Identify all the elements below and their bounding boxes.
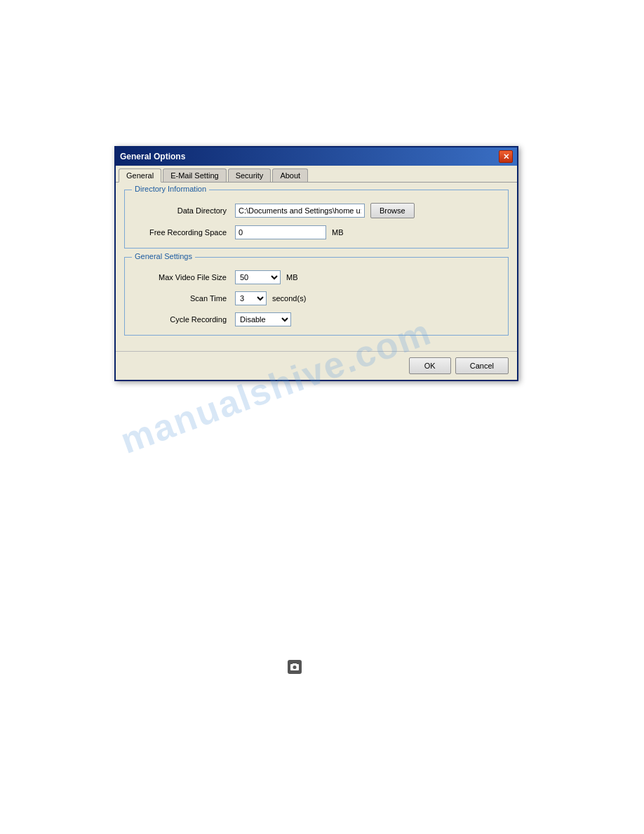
max-video-select[interactable]: 50 100 200 500: [235, 270, 281, 284]
camera-icon: [288, 660, 302, 674]
data-directory-row: Data Directory Browse: [133, 203, 499, 218]
general-settings-title: General Settings: [132, 252, 195, 260]
directory-information-group: Directory Information Data Directory Bro…: [124, 190, 509, 249]
scan-time-row: Scan Time 1 2 3 5 10 second(s): [133, 291, 499, 305]
directory-information-title: Directory Information: [132, 185, 209, 193]
max-video-row: Max Video File Size 50 100 200 500 MB: [133, 270, 499, 284]
general-settings-group: General Settings Max Video File Size 50 …: [124, 257, 509, 336]
dialog-content: Directory Information Data Directory Bro…: [116, 183, 517, 351]
tab-security[interactable]: Security: [228, 168, 271, 182]
tab-about[interactable]: About: [272, 168, 308, 182]
data-directory-label: Data Directory: [133, 206, 235, 215]
scan-time-unit: second(s): [272, 294, 306, 303]
max-video-unit: MB: [286, 273, 298, 282]
camera-icon-area: [288, 660, 302, 674]
close-button[interactable]: ✕: [499, 150, 513, 163]
dialog-title: General Options: [120, 152, 185, 161]
tab-general[interactable]: General: [119, 168, 161, 183]
scan-time-label: Scan Time: [133, 294, 235, 303]
tab-bar: General E-Mail Setting Security About: [116, 166, 517, 183]
free-recording-space-label: Free Recording Space: [133, 228, 235, 237]
cycle-recording-select[interactable]: Disable Enable: [235, 312, 291, 326]
free-space-unit: MB: [332, 228, 344, 237]
browse-button[interactable]: Browse: [370, 203, 415, 218]
general-options-dialog: General Options ✕ General E-Mail Setting…: [114, 146, 518, 381]
cycle-recording-label: Cycle Recording: [133, 315, 235, 324]
dialog-footer: OK Cancel: [116, 351, 517, 380]
cycle-recording-row: Cycle Recording Disable Enable: [133, 312, 499, 326]
ok-button[interactable]: OK: [409, 357, 451, 374]
tab-email-setting[interactable]: E-Mail Setting: [163, 168, 226, 182]
data-directory-input[interactable]: [235, 204, 365, 218]
svg-point-1: [293, 666, 297, 669]
free-recording-space-input[interactable]: [235, 225, 326, 239]
svg-rect-2: [293, 663, 297, 665]
free-recording-space-row: Free Recording Space MB: [133, 225, 499, 239]
scan-time-select[interactable]: 1 2 3 5 10: [235, 291, 267, 305]
title-bar: General Options ✕: [116, 147, 517, 166]
cancel-button[interactable]: Cancel: [455, 357, 509, 374]
max-video-label: Max Video File Size: [133, 273, 235, 282]
